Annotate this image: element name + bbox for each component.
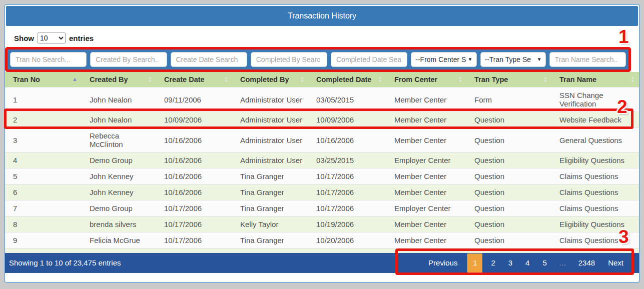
column-header-completed-by[interactable]: ▲▼ Completed By (232, 72, 308, 88)
page-3-button[interactable]: 3 (502, 254, 519, 272)
created-by-search-input[interactable] (90, 52, 167, 67)
table-cell: Administrator User (232, 112, 308, 128)
sort-both-icon: ▲▼ (300, 76, 304, 83)
table-cell: Question (466, 168, 551, 184)
table-cell: Question (466, 112, 551, 128)
table-header-row: ▲ Tran No ▲▼ Created By ▲▼ Create Date ▲… (5, 72, 639, 88)
previous-page-button[interactable]: Previous (420, 254, 465, 272)
sort-both-icon: ▲▼ (458, 76, 462, 83)
table-row-8[interactable]: 8brenda silvers10/17/2006Kelly Taylor10/… (5, 216, 639, 232)
table-cell: Employer Center (386, 200, 466, 216)
table-row-5[interactable]: 5John Kenney10/16/2006Tina Granger10/17/… (5, 168, 639, 184)
page-size-select[interactable]: 10 (38, 32, 66, 44)
table-cell: John Kenney (82, 184, 156, 200)
completed-date-search-input[interactable] (331, 52, 407, 67)
table-cell: Claims Questions (551, 232, 639, 248)
table-cell: Demo Group (82, 200, 156, 216)
column-filter-row-annotation-1: --From Center Se ▼ --Tran Type Se ▼ (5, 47, 631, 72)
table-cell: 10/17/2006 (156, 216, 232, 232)
sort-both-icon: ▲▼ (378, 76, 382, 83)
page-2348-button[interactable]: 2348 (572, 254, 601, 272)
transaction-table: ▲ Tran No ▲▼ Created By ▲▼ Create Date ▲… (5, 72, 639, 264)
from-center-select[interactable]: --From Center Se (411, 52, 476, 67)
create-date-search-input[interactable] (171, 52, 247, 67)
page-5-button[interactable]: 5 (536, 254, 553, 272)
table-cell: 10/16/2006 (156, 168, 232, 184)
table-cell: 10/17/2006 (308, 168, 386, 184)
table-cell: 10/17/2006 (156, 232, 232, 248)
table-cell: Administrator User (232, 128, 308, 152)
table-cell: Member Center (386, 232, 466, 248)
table-cell: 03/05/2015 (308, 88, 386, 112)
column-header-completed-date[interactable]: ▲▼ Completed Date (308, 72, 386, 88)
table-cell: 10/20/2006 (308, 232, 386, 248)
table-row-7[interactable]: 7Demo Group10/17/2006Tina Granger10/17/2… (5, 200, 639, 216)
table-footer: Showing 1 to 10 of 23,475 entries Previo… (5, 253, 639, 273)
table-cell: 3 (5, 128, 82, 152)
table-cell: 10/09/2006 (308, 112, 386, 128)
sort-both-icon: ▲▼ (631, 76, 635, 83)
table-cell: 7 (5, 200, 82, 216)
table-cell: Administrator User (232, 152, 308, 168)
next-page-button[interactable]: Next (601, 254, 630, 272)
table-cell: 6 (5, 184, 82, 200)
page-2-button[interactable]: 2 (484, 254, 501, 272)
entries-label: entries (69, 34, 94, 42)
table-cell: 2 (5, 112, 82, 128)
pagination-annotation-3: Previous 1 2 3 4 5 … 2348 Next (420, 253, 630, 273)
table-cell: Employer Center (386, 152, 466, 168)
column-header-created-by[interactable]: ▲▼ Created By (82, 72, 156, 88)
table-cell: 10/17/2006 (308, 200, 386, 216)
table-cell: 5 (5, 168, 82, 184)
table-cell: John Nealon (82, 88, 156, 112)
column-header-tran-type[interactable]: ▲▼ Tran Type (466, 72, 551, 88)
pagination-ellipsis: … (553, 254, 572, 272)
table-cell: Tina Granger (232, 232, 308, 248)
table-cell: 10/17/2006 (156, 200, 232, 216)
table-cell: 03/25/2015 (308, 152, 386, 168)
table-body: 1John Nealon09/11/2006Administrator User… (5, 88, 639, 264)
table-cell: Tina Granger (232, 200, 308, 216)
tran-name-search-input[interactable] (549, 52, 626, 67)
table-cell: Demo Group (82, 152, 156, 168)
table-cell: Felicia McGrue (82, 232, 156, 248)
table-cell: 9 (5, 232, 82, 248)
table-row-2[interactable]: 2John Nealon10/09/2006Administrator User… (5, 112, 639, 128)
table-cell: 1 (5, 88, 82, 112)
column-header-tran-name[interactable]: ▲▼ Tran Name (551, 72, 639, 88)
table-row-1[interactable]: 1John Nealon09/11/2006Administrator User… (5, 88, 639, 112)
table-cell: Tina Granger (232, 168, 308, 184)
column-header-tran-no[interactable]: ▲ Tran No (5, 72, 82, 88)
table-cell: SSN Change Verification (551, 88, 639, 112)
table-cell: 4 (5, 152, 82, 168)
table-cell: Form (466, 88, 551, 112)
table-cell: John Kenney (82, 168, 156, 184)
table-row-3[interactable]: 3Rebecca McClinton10/16/2006Administrato… (5, 128, 639, 152)
table-cell: 10/16/2006 (156, 184, 232, 200)
show-entries-control: Show 10 entries (14, 32, 639, 44)
page-1-button[interactable]: 1 (467, 254, 482, 272)
table-cell: Kelly Taylor (232, 216, 308, 232)
tran-type-select-wrap: --Tran Type Se ▼ (480, 52, 546, 67)
table-cell: Eligibility Questions (551, 152, 639, 168)
table-cell: Claims Questions (551, 168, 639, 184)
table-cell: Claims Questions (551, 184, 639, 200)
tran-type-select[interactable]: --Tran Type Se (480, 52, 546, 67)
table-row-6[interactable]: 6John Kenney10/16/2006Tina Granger10/17/… (5, 184, 639, 200)
page-title: Transaction History (6, 6, 638, 26)
table-cell: 10/09/2006 (156, 112, 232, 128)
table-cell: John Nealon (82, 112, 156, 128)
tran-no-search-input[interactable] (10, 52, 87, 67)
table-cell: Claims Questions (551, 200, 639, 216)
column-header-create-date[interactable]: ▲▼ Create Date (156, 72, 232, 88)
column-header-from-center[interactable]: ▲▼ From Center (386, 72, 466, 88)
table-cell: Question (466, 152, 551, 168)
table-cell: Member Center (386, 216, 466, 232)
completed-by-search-input[interactable] (251, 52, 327, 67)
table-cell: 10/16/2006 (156, 128, 232, 152)
table-row-9[interactable]: 9Felicia McGrue10/17/2006Tina Granger10/… (5, 232, 639, 248)
table-cell: Question (466, 216, 551, 232)
page-4-button[interactable]: 4 (519, 254, 536, 272)
table-row-4[interactable]: 4Demo Group10/16/2006Administrator User0… (5, 152, 639, 168)
table-cell: 8 (5, 216, 82, 232)
